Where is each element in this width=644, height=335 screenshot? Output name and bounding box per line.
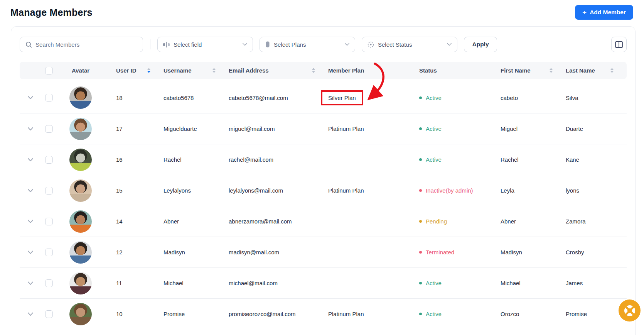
member-plan-value: Silver Plan bbox=[321, 90, 363, 105]
search-input[interactable] bbox=[35, 41, 137, 48]
first-name-cell: cabeto bbox=[501, 95, 566, 101]
expand-row-button[interactable] bbox=[27, 281, 34, 286]
email-cell: madisyn@mail.com bbox=[229, 249, 328, 255]
status-dot-icon bbox=[419, 282, 422, 284]
add-member-label: Add Member bbox=[590, 9, 626, 16]
select-plans-dropdown[interactable]: Select Plans bbox=[260, 37, 355, 52]
expand-row-button[interactable] bbox=[27, 250, 34, 255]
row-checkbox[interactable] bbox=[45, 279, 53, 287]
column-status: Status bbox=[419, 67, 501, 74]
member-plan-cell: Silver Plan bbox=[328, 90, 419, 105]
avatar bbox=[69, 303, 92, 325]
column-settings-button[interactable] bbox=[611, 37, 627, 52]
apply-button[interactable]: Apply bbox=[464, 37, 497, 52]
expand-row-button[interactable] bbox=[27, 127, 34, 131]
status-cell: Pending bbox=[419, 218, 501, 225]
column-member-plan: Member Plan bbox=[328, 67, 419, 74]
username-cell: Abner bbox=[164, 218, 229, 225]
email-cell: leylalyons@mail.com bbox=[229, 187, 328, 194]
status-cell: Active bbox=[419, 311, 501, 317]
avatar bbox=[69, 241, 92, 264]
column-username[interactable]: Username bbox=[164, 67, 229, 74]
table-header: Avatar User ID Username Email Address Me… bbox=[20, 62, 627, 79]
email-cell: miguel@mail.com bbox=[229, 125, 328, 132]
first-name-cell: Madisyn bbox=[501, 249, 566, 255]
row-checkbox[interactable] bbox=[45, 218, 53, 225]
row-checkbox[interactable] bbox=[45, 187, 53, 195]
last-name-cell: Silva bbox=[566, 95, 627, 101]
user-id-cell: 12 bbox=[105, 249, 164, 255]
table-row: 14 Abner abnerzamora@mail.com Pending Ab… bbox=[20, 206, 627, 237]
member-plan-value: Platinum Plan bbox=[328, 311, 364, 317]
avatar bbox=[69, 210, 92, 233]
member-plan-cell: Platinum Plan bbox=[328, 311, 419, 317]
sort-icon-first-name[interactable] bbox=[550, 68, 553, 73]
status-dot-icon bbox=[419, 158, 422, 161]
status-dot-icon bbox=[419, 127, 422, 130]
expand-row-button[interactable] bbox=[27, 219, 34, 224]
member-plan-cell: Platinum Plan bbox=[328, 125, 419, 132]
search-icon bbox=[25, 41, 32, 48]
first-name-cell: Miguel bbox=[501, 125, 566, 132]
status-dot-icon bbox=[419, 251, 422, 254]
column-last-name[interactable]: Last Name bbox=[566, 67, 627, 74]
expand-row-button[interactable] bbox=[27, 188, 34, 193]
username-cell: Miguelduarte bbox=[164, 125, 229, 132]
chevron-down-icon bbox=[27, 157, 34, 162]
user-id-cell: 18 bbox=[105, 95, 164, 101]
status-label: Inactive(by admin) bbox=[426, 187, 473, 194]
select-status-label: Select Status bbox=[378, 41, 443, 48]
row-checkbox[interactable] bbox=[45, 249, 53, 256]
status-label: Terminated bbox=[426, 249, 454, 255]
select-status-dropdown[interactable]: Select Status bbox=[362, 37, 457, 52]
search-members-box[interactable] bbox=[20, 37, 143, 52]
status-cell: Inactive(by admin) bbox=[419, 187, 501, 194]
column-email[interactable]: Email Address bbox=[229, 67, 328, 74]
sort-icon-last-name[interactable] bbox=[610, 68, 614, 73]
lifebuoy-button[interactable] bbox=[619, 299, 641, 321]
chevron-down-icon bbox=[345, 43, 349, 46]
topbar: Manage Members + Add Member bbox=[0, 0, 644, 20]
sort-icon-username[interactable] bbox=[212, 68, 216, 73]
avatar bbox=[69, 149, 92, 171]
select-all-checkbox[interactable] bbox=[45, 67, 53, 74]
first-name-cell: Michael bbox=[501, 280, 566, 286]
expand-row-button[interactable] bbox=[27, 157, 34, 162]
first-name-cell: Leyla bbox=[501, 187, 566, 194]
username-cell: cabeto5678 bbox=[164, 95, 229, 101]
last-name-cell: Crosby bbox=[566, 249, 627, 255]
status-icon bbox=[368, 41, 374, 48]
last-name-cell: Promise bbox=[566, 311, 627, 317]
select-field-dropdown[interactable]: Select field bbox=[157, 37, 253, 52]
members-card: Select field Select Plans Select Status bbox=[11, 26, 636, 335]
column-first-name[interactable]: First Name bbox=[501, 67, 566, 74]
status-cell: Active bbox=[419, 125, 501, 132]
user-id-cell: 16 bbox=[105, 156, 164, 163]
status-cell: Active bbox=[419, 280, 501, 286]
sort-icon-user-id[interactable] bbox=[147, 68, 150, 73]
chevron-down-icon bbox=[27, 312, 34, 316]
sort-icon-email[interactable] bbox=[312, 68, 315, 73]
row-checkbox[interactable] bbox=[45, 125, 53, 133]
expand-row-button[interactable] bbox=[27, 95, 34, 100]
first-name-cell: Abner bbox=[501, 218, 566, 225]
user-id-cell: 17 bbox=[105, 125, 164, 132]
email-cell: promiseorozco@mail.com bbox=[229, 311, 328, 317]
expand-row-button[interactable] bbox=[27, 312, 34, 316]
chevron-down-icon bbox=[27, 219, 34, 224]
status-cell: Active bbox=[419, 156, 501, 163]
table-row: 11 Michael michael@mail.com Active Micha… bbox=[20, 267, 627, 298]
table-row: 17 Miguelduarte miguel@mail.com Platinum… bbox=[20, 113, 627, 144]
email-cell: rachel@mail.com bbox=[229, 156, 328, 163]
member-plan-cell: Platinum Plan bbox=[328, 187, 419, 194]
status-dot-icon bbox=[419, 313, 422, 315]
row-checkbox[interactable] bbox=[45, 156, 53, 164]
add-member-button[interactable]: + Add Member bbox=[575, 5, 633, 20]
column-user-id[interactable]: User ID bbox=[105, 67, 164, 74]
member-plan-value: Platinum Plan bbox=[328, 187, 364, 194]
last-name-cell: Duarte bbox=[566, 125, 627, 132]
chevron-down-icon bbox=[27, 95, 34, 100]
row-checkbox[interactable] bbox=[45, 94, 53, 102]
chevron-down-icon bbox=[27, 127, 34, 131]
row-checkbox[interactable] bbox=[45, 310, 53, 318]
